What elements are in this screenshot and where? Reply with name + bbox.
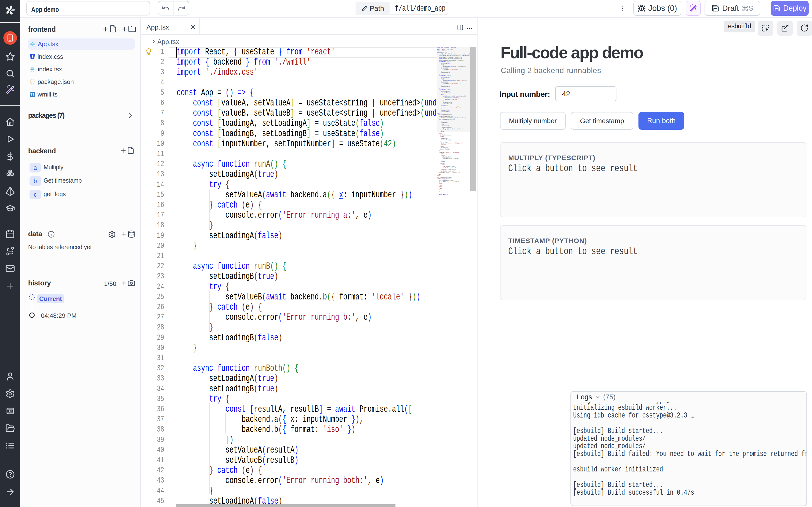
svg-text:3: 3 xyxy=(32,55,34,58)
